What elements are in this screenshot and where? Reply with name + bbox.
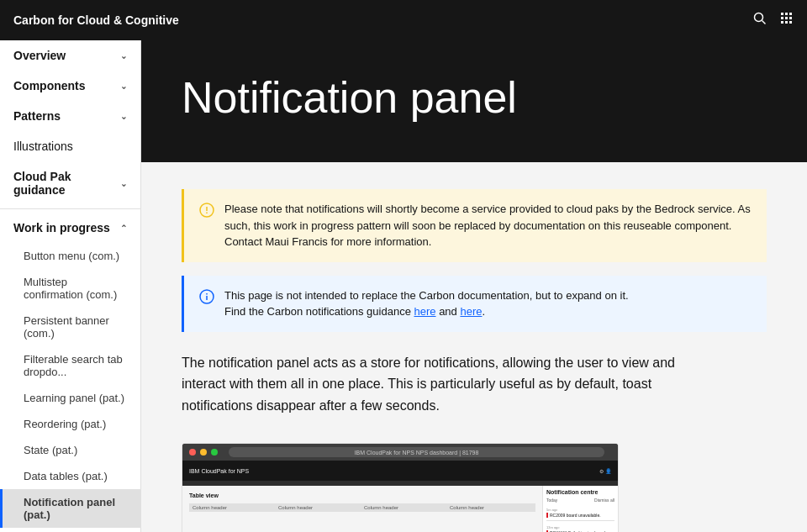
chevron-down-icon: ⌄: [120, 82, 127, 91]
svg-rect-12: [206, 207, 208, 211]
mock-dot-red: [189, 449, 196, 456]
mock-notification-panel: Notification centre Today Dismiss all 5m…: [542, 486, 618, 532]
sidebar-sub-item-reordering[interactable]: Reordering (pat.): [0, 411, 140, 437]
warning-banner: Please note that notifications will shor…: [182, 189, 767, 262]
sidebar-sub-item-in-page-navigation[interactable]: In-page navigation (com.): [0, 528, 140, 532]
chevron-down-icon: ⌄: [120, 179, 127, 188]
mock-notif-error-1: RC2009 board unavailable.: [546, 513, 614, 518]
svg-rect-9: [785, 21, 788, 24]
mock-top-nav: IBM CloudPak for NPS ⚙ 👤: [182, 461, 618, 481]
mock-table-header: Column header Column header Column heade…: [189, 503, 535, 512]
mock-dot-green: [211, 449, 218, 456]
page-description: The notification panel acts as a store f…: [182, 352, 686, 417]
svg-rect-13: [206, 213, 208, 214]
sidebar-sub-item-multistep[interactable]: Multistep confirmation (com.): [0, 269, 140, 308]
sidebar-sub-item-learning-panel[interactable]: Learning panel (pat.): [0, 385, 140, 411]
mock-nav-logo: IBM CloudPak for NPS: [189, 468, 249, 474]
info-banner-text: This page is not intended to replace the…: [224, 287, 629, 320]
page-body: Please note that notifications will shor…: [141, 162, 807, 532]
preview-image: IBM CloudPak for NPS NPS dashboard | 817…: [182, 444, 618, 532]
mock-app-body: IBM CloudPak for NPS ⚙ 👤 Table view: [182, 461, 618, 532]
mock-url-bar: IBM CloudPak for NPS NPS dashboard | 817…: [229, 447, 604, 457]
mock-app: IBM CloudPak for NPS NPS dashboard | 817…: [182, 444, 618, 532]
info-link-1[interactable]: here: [414, 305, 435, 318]
chevron-down-icon: ⌄: [120, 51, 127, 61]
info-link-2[interactable]: here: [460, 305, 482, 318]
svg-point-0: [755, 13, 763, 22]
svg-rect-7: [789, 17, 792, 19]
mock-main-area: Table view Column header Column header C…: [182, 486, 542, 532]
warning-icon: [199, 202, 214, 250]
sidebar-sub-item-persistent-banner[interactable]: Persistent banner (com.): [0, 308, 140, 346]
mock-notif-2: 13m ago RCXXXX Failed to stop board.: [546, 523, 614, 532]
svg-rect-16: [206, 293, 208, 295]
svg-rect-8: [781, 21, 783, 24]
sidebar-item-patterns[interactable]: Patterns ⌄: [0, 101, 140, 131]
sidebar-sub-item-notification-panel[interactable]: Notification panel (pat.): [0, 489, 140, 528]
mock-th-1: Column header: [193, 505, 275, 510]
mock-notif-1: 5m ago RC2009 board unavailable.: [546, 505, 614, 521]
info-banner: This page is not intended to replace the…: [182, 276, 767, 332]
sidebar: Overview ⌄ Components ⌄ Patterns ⌄ Illus…: [0, 40, 141, 532]
mock-panel-subtitle: Today Dismiss all: [546, 498, 614, 503]
mock-url-text: IBM CloudPak for NPS NPS dashboard | 817…: [355, 450, 479, 456]
svg-line-1: [762, 21, 766, 24]
svg-rect-10: [789, 21, 792, 24]
sidebar-item-overview[interactable]: Overview ⌄: [0, 40, 140, 71]
search-icon[interactable]: [753, 12, 767, 29]
mock-th-4: Column header: [450, 505, 532, 510]
preview-container: IBM CloudPak for NPS NPS dashboard | 817…: [182, 443, 619, 532]
svg-rect-3: [785, 13, 788, 15]
topbar-logo-text: Carbon for: [13, 13, 76, 27]
sidebar-sub-item-filterable-search[interactable]: Filterable search tab dropdo...: [0, 346, 140, 385]
sidebar-sub-item-data-tables[interactable]: Data tables (pat.): [0, 463, 140, 489]
grid-icon[interactable]: [780, 12, 794, 29]
svg-rect-15: [206, 296, 208, 300]
svg-rect-2: [781, 13, 783, 15]
sidebar-divider: [0, 208, 140, 209]
warning-banner-text: Please note that notifications will shor…: [224, 201, 752, 250]
mock-table: Column header Column header Column heade…: [189, 503, 535, 512]
page-header: Notification panel: [141, 40, 807, 162]
mock-nav-icons: ⚙ 👤: [599, 468, 611, 474]
mock-th-3: Column header: [364, 505, 446, 510]
topbar: Carbon for Cloud & Cognitive: [0, 0, 807, 40]
topbar-icons: [753, 12, 794, 29]
mock-table-view-label: Table view: [189, 492, 535, 498]
sidebar-item-illustrations[interactable]: Illustrations: [0, 131, 140, 161]
info-icon: [199, 288, 214, 320]
mock-titlebar: IBM CloudPak for NPS NPS dashboard | 817…: [182, 444, 618, 461]
mock-th-2: Column header: [278, 505, 361, 510]
mock-dot-yellow: [200, 449, 207, 456]
svg-rect-6: [785, 17, 788, 19]
svg-rect-4: [789, 13, 792, 15]
sidebar-sub-item-button-menu[interactable]: Button menu (com.): [0, 243, 140, 269]
sidebar-item-cloud-pak-guidance[interactable]: Cloud Pak guidance ⌄: [0, 161, 140, 205]
chevron-up-icon: ⌃: [120, 224, 127, 233]
sidebar-item-components[interactable]: Components ⌄: [0, 71, 140, 101]
mock-content-row: Table view Column header Column header C…: [182, 486, 618, 532]
mock-panel-title: Notification centre: [546, 489, 614, 495]
sidebar-section-wip[interactable]: Work in progress ⌃: [0, 213, 140, 243]
content-area: Notification panel Please note that noti…: [141, 40, 807, 532]
chevron-down-icon: ⌄: [120, 112, 127, 121]
topbar-logo: Carbon for Cloud & Cognitive: [13, 13, 179, 27]
page-title: Notification panel: [182, 74, 767, 122]
sidebar-sub-item-state[interactable]: State (pat.): [0, 437, 140, 463]
main-layout: Overview ⌄ Components ⌄ Patterns ⌄ Illus…: [0, 40, 807, 532]
svg-rect-5: [781, 17, 783, 19]
topbar-logo-bold: Cloud & Cognitive: [76, 13, 178, 27]
